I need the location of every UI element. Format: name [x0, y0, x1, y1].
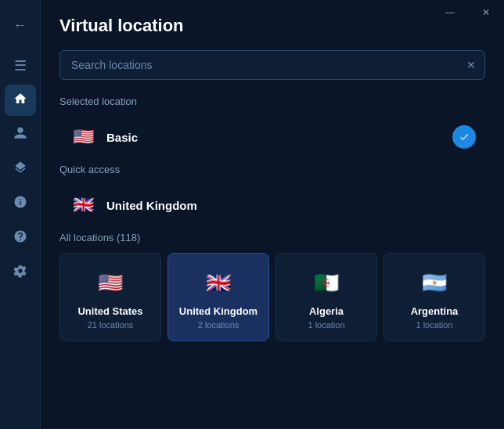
search-input[interactable] [59, 50, 485, 80]
home-icon [13, 92, 27, 110]
selected-location-item[interactable]: 🇺🇸 Basic [59, 115, 485, 159]
selected-location-label: Selected location [59, 96, 485, 107]
help-icon [13, 229, 27, 247]
card-sub-dz: 1 location [308, 320, 344, 330]
location-card-dz[interactable]: 🇩🇿 Algeria 1 location [275, 253, 377, 341]
user-icon [13, 126, 27, 144]
settings-icon [13, 264, 27, 282]
card-sub-uk: 2 locations [198, 320, 239, 330]
back-icon: ← [13, 17, 27, 34]
location-card-ar[interactable]: 🇦🇷 Argentina 1 location [383, 253, 485, 341]
card-name-us: United States [77, 305, 142, 317]
close-button[interactable]: ✕ [468, 0, 504, 25]
card-sub-ar: 1 location [416, 320, 452, 330]
sidebar-item-home[interactable] [5, 85, 36, 116]
selected-location-name: Basic [106, 131, 452, 144]
minimize-button[interactable]: — [432, 0, 468, 25]
card-flag-ar: 🇦🇷 [418, 266, 451, 299]
sidebar-item-user[interactable] [5, 119, 36, 150]
layers-icon [13, 160, 27, 178]
quick-access-uk-flag: 🇬🇧 [69, 191, 97, 219]
search-clear-icon[interactable]: ✕ [466, 59, 476, 71]
quick-access-uk-item[interactable]: 🇬🇧 United Kingdom [59, 183, 485, 227]
page-title: Virtual location [59, 16, 485, 36]
sidebar-item-menu[interactable]: ☰ [5, 50, 36, 81]
location-card-us[interactable]: 🇺🇸 United States 21 locations [59, 253, 161, 341]
sidebar-item-info[interactable] [5, 188, 36, 219]
card-name-uk: United Kingdom [179, 305, 257, 317]
quick-access-label: Quick access [59, 164, 485, 175]
sidebar-item-help[interactable] [5, 222, 36, 254]
sidebar: ← ☰ [0, 0, 41, 429]
main-content: Virtual location ✕ Selected location 🇺🇸 … [41, 0, 504, 429]
sidebar-item-settings[interactable] [5, 257, 36, 288]
all-locations-label: All locations (118) [59, 232, 485, 243]
location-card-uk[interactable]: 🇬🇧 United Kingdom 2 locations [167, 253, 269, 341]
menu-icon: ☰ [14, 57, 27, 74]
locations-grid: 🇺🇸 United States 21 locations 🇬🇧 United … [59, 253, 485, 341]
info-icon [13, 195, 27, 213]
selected-check-icon [452, 125, 476, 149]
selected-location-flag: 🇺🇸 [69, 123, 97, 151]
search-wrapper: ✕ [59, 50, 485, 80]
card-sub-us: 21 locations [88, 320, 134, 330]
card-name-ar: Argentina [411, 305, 459, 317]
quick-access-uk-name: United Kingdom [106, 199, 476, 212]
card-name-dz: Algeria [309, 305, 344, 317]
card-flag-us: 🇺🇸 [94, 266, 127, 299]
card-flag-uk: 🇬🇧 [202, 266, 235, 299]
sidebar-item-back[interactable]: ← [5, 9, 36, 41]
card-flag-dz: 🇩🇿 [310, 266, 343, 299]
sidebar-item-layers[interactable] [5, 153, 36, 185]
